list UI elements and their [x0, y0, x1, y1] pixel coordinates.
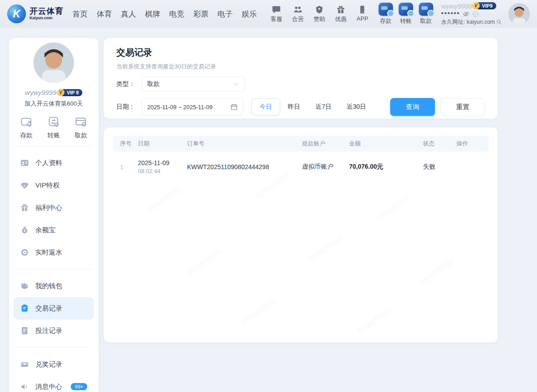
chevron-down-circle-icon[interactable]: [472, 11, 479, 17]
icon-menu-label: APP: [357, 15, 368, 22]
quick-action-label: 取款: [75, 132, 87, 140]
user-avatar[interactable]: [508, 3, 530, 25]
gift-icon: [336, 5, 345, 14]
app-download-button[interactable]: APP: [355, 5, 370, 23]
row-status-badge: 失败: [420, 152, 454, 182]
card-icon: [74, 115, 88, 128]
sidebar-item-profile[interactable]: 个人资料: [13, 152, 94, 174]
icon-menu-label: 客服: [271, 15, 282, 23]
watermark-text: wywy9999: [239, 297, 277, 327]
sidebar-item-label: 实时返水: [35, 248, 62, 257]
range-30days-button[interactable]: 近30日: [339, 98, 374, 115]
promotions-button[interactable]: 优惠: [334, 5, 348, 23]
nav-item-home[interactable]: 首页: [72, 9, 88, 19]
sidebar-item-label: 消息中心: [35, 383, 62, 391]
permanent-url-label[interactable]: 永久网址: kaiyun.com: [441, 18, 495, 26]
gift-icon: [20, 203, 29, 212]
withdraw-icon: [419, 3, 433, 16]
range-today-button[interactable]: 今日: [251, 98, 280, 115]
row-time-value: 08:02:44: [138, 168, 182, 175]
quick-action-label: 转账: [47, 132, 60, 140]
sidebar-menu-group-1: 个人资料 VIP特权 福利中心 余额宝 实时返水: [9, 146, 98, 269]
sponsor-button[interactable]: 赞助: [312, 5, 327, 23]
site-logo[interactable]: K 开云体育 Kaiyun.com: [7, 4, 64, 23]
row-amount: 70,076.00元: [346, 152, 420, 182]
page-title: 交易记录: [116, 47, 485, 59]
sidebar-item-rebate[interactable]: 实时返水: [13, 241, 94, 264]
money-menu-label: 存款: [380, 17, 392, 25]
main-nav: 首页 体育 真人 棋牌 电竞 彩票 电子 娱乐: [72, 9, 257, 19]
sidebar-item-wallet[interactable]: 我的钱包: [13, 275, 94, 297]
withdraw-button[interactable]: 取款: [419, 3, 433, 25]
sidebar-item-label: 个人资料: [35, 159, 62, 167]
partners-button[interactable]: 合营: [291, 5, 305, 23]
col-date: 日期: [135, 136, 184, 152]
quick-range-group: 今日 昨日 近7日 近30日: [251, 98, 374, 115]
id-card-icon: [20, 158, 29, 167]
nav-item-lottery[interactable]: 彩票: [193, 9, 209, 19]
transfer-icon: [399, 3, 413, 16]
watermark-text: wywy9999: [373, 194, 411, 224]
row-order-no: KWWT202511090802444298: [184, 152, 299, 182]
row-action: [454, 152, 489, 182]
sidebar: wywy9999 V VIP 9 加入开云体育第600天 存款 转账 取款 个人…: [9, 38, 98, 392]
transaction-record-icon: [20, 304, 29, 313]
money-menu-label: 取款: [420, 17, 432, 25]
customer-service-button[interactable]: 客服: [269, 5, 284, 23]
profile-avatar[interactable]: [34, 43, 74, 83]
joined-days-label: 加入开云体育第600天: [9, 100, 98, 108]
nav-item-chess[interactable]: 棋牌: [145, 9, 160, 19]
sidebar-item-label: 兑奖记录: [35, 360, 62, 369]
piggy-bank-icon: [20, 281, 29, 290]
nav-item-esports[interactable]: 电竞: [169, 9, 184, 19]
eye-off-icon[interactable]: [463, 11, 469, 17]
sidebar-item-yuebao[interactable]: 余额宝: [13, 219, 94, 241]
nav-item-live[interactable]: 真人: [121, 9, 136, 19]
sidebar-item-messages[interactable]: 消息中心 99+: [13, 375, 94, 392]
sidebar-item-label: 交易记录: [35, 304, 62, 313]
sidebar-item-bets[interactable]: 投注记录: [13, 320, 94, 342]
sidebar-profile: wywy9999 V VIP 9 加入开云体育第600天: [9, 38, 98, 108]
search-icon[interactable]: [496, 19, 502, 25]
logo-mark-icon: K: [7, 4, 26, 23]
col-amount: 金额: [346, 136, 420, 152]
quick-action-label: 存款: [20, 132, 33, 140]
deposit-button[interactable]: 存款: [379, 3, 393, 25]
nav-item-entertainment[interactable]: 娱乐: [242, 9, 257, 19]
header-user-block: wywy9999 V VIP9 ****** 永久网址: kaiyun.com: [441, 2, 502, 26]
date-range-input[interactable]: 2025-11-09 ~ 2025-11-09: [141, 98, 243, 115]
icon-menu-label: 优惠: [335, 15, 347, 23]
icon-menu-label: 合营: [292, 15, 304, 23]
row-date: 2025-11-09 08:02:44: [135, 152, 184, 182]
phone-icon: [358, 5, 367, 14]
range-yesterday-button[interactable]: 昨日: [280, 98, 308, 115]
icon-menu-label: 赞助: [314, 15, 325, 23]
reset-button[interactable]: 重置: [440, 98, 485, 116]
nav-item-slots[interactable]: 电子: [217, 9, 233, 19]
row-index: 1: [113, 152, 135, 182]
vip-v-icon: V: [57, 89, 64, 96]
range-7days-button[interactable]: 近7日: [308, 98, 339, 115]
sidebar-item-redeem[interactable]: 兑奖记录: [13, 353, 94, 375]
sidebar-item-welfare[interactable]: 福利中心: [13, 196, 94, 219]
masked-balance: ******: [441, 11, 460, 17]
row-date-value: 2025-11-09: [138, 159, 182, 166]
sidebar-item-vip[interactable]: VIP特权: [13, 174, 94, 196]
type-select[interactable]: 取款: [141, 77, 245, 92]
watermark-text: wywy9999: [185, 247, 223, 277]
sidebar-menu-group-2: 我的钱包 交易记录 投注记录: [9, 269, 98, 347]
search-button[interactable]: 查询: [390, 98, 435, 116]
profile-username: wywy9999: [25, 89, 56, 96]
nav-item-sports[interactable]: 体育: [97, 9, 112, 19]
sidebar-item-label: VIP特权: [35, 181, 60, 190]
transfer-button[interactable]: 转账: [399, 3, 413, 25]
quick-transfer-button[interactable]: 转账: [47, 115, 60, 140]
top-bar: K 开云体育 Kaiyun.com 首页 体育 真人 棋牌 电竞 彩票 电子 娱…: [0, 0, 537, 28]
sidebar-item-transactions[interactable]: 交易记录: [13, 297, 94, 320]
vip-label: VIP 9: [67, 90, 79, 95]
quick-withdraw-button[interactable]: 取款: [74, 115, 88, 140]
watermark-text: wywy9999: [145, 185, 183, 215]
vip-badge: V VIP 9: [60, 89, 82, 96]
megaphone-icon: [20, 382, 29, 391]
quick-deposit-button[interactable]: 存款: [20, 115, 33, 140]
